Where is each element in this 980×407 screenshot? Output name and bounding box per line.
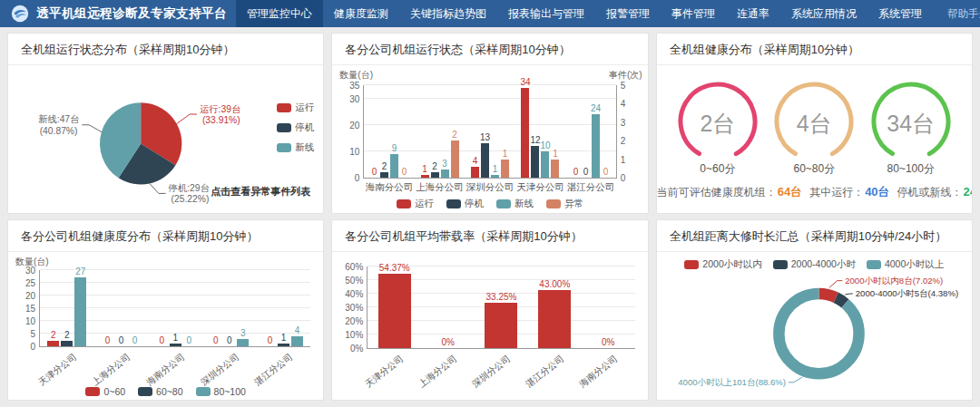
bar-异常-天津分公司[interactable]: 1 bbox=[551, 160, 559, 178]
menu-item-报表输出与管理[interactable]: 报表输出与管理 bbox=[497, 0, 595, 27]
menu-item-连通率[interactable]: 连通率 bbox=[726, 0, 780, 27]
legend-swatch bbox=[138, 387, 152, 396]
bar-value-label: 1 bbox=[553, 149, 558, 159]
bar-value-label: 9 bbox=[392, 143, 397, 153]
bar-80~100-湛江分公司[interactable]: 4 bbox=[291, 336, 303, 346]
x-label-cell: 深圳分公司 bbox=[465, 178, 514, 194]
legend-label: 60~80 bbox=[156, 386, 183, 397]
legend-label: 新线 bbox=[514, 198, 534, 210]
legend-item-80~100[interactable]: 80~100 bbox=[196, 386, 246, 397]
x-label-cell: 海南分公司 bbox=[364, 178, 414, 194]
x-label-深圳分公司: 深圳分公司 bbox=[470, 353, 514, 391]
legend-item-新线[interactable]: 新线 bbox=[277, 141, 314, 154]
bar-平均带载率-天津分公司[interactable]: 54.37% bbox=[378, 274, 411, 348]
menu-item-系统管理[interactable]: 系统管理 bbox=[867, 0, 933, 27]
bar-value-label: 2 bbox=[382, 161, 387, 171]
legend-item-运行[interactable]: 运行 bbox=[277, 102, 314, 114]
y-tick-label: 50% bbox=[345, 276, 363, 286]
legend-swatch bbox=[85, 387, 100, 396]
category-group-深圳分公司: 33.25% bbox=[475, 266, 528, 348]
bar-value-label: 3 bbox=[240, 328, 246, 338]
bar-value-label: 0 bbox=[402, 167, 407, 177]
bar-80~100-天津分公司[interactable]: 27 bbox=[74, 277, 86, 346]
bar-新线-上海分公司[interactable]: 3 bbox=[441, 170, 449, 178]
secondary-tick-label: 1 bbox=[621, 154, 626, 164]
summary-label: 当前可评估健康度机组： bbox=[657, 186, 777, 199]
menu-item-报警管理[interactable]: 报警管理 bbox=[595, 0, 661, 27]
menu-item-事件管理[interactable]: 事件管理 bbox=[661, 0, 726, 27]
y-tick-label: 20 bbox=[25, 291, 35, 301]
legend-swatch bbox=[196, 387, 211, 396]
bar-80~100-深圳分公司[interactable]: 3 bbox=[237, 339, 249, 346]
x-label-cell: 上海分公司 bbox=[415, 178, 465, 194]
bar-60~80-湛江分公司[interactable]: 1 bbox=[278, 344, 289, 346]
x-label-上海分公司: 上海分公司 bbox=[90, 351, 133, 389]
bar-停机-天津分公司[interactable]: 12 bbox=[531, 146, 539, 178]
legend-item-异常[interactable]: 异常 bbox=[546, 198, 583, 210]
menu-item-关键指标趋势图[interactable]: 关键指标趋势图 bbox=[399, 0, 497, 27]
bar-0~60-天津分公司[interactable]: 2 bbox=[47, 341, 59, 346]
y-tick-label: 0 bbox=[30, 342, 35, 352]
pie-label-line bbox=[176, 114, 197, 124]
menu-item-健康度监测[interactable]: 健康度监测 bbox=[323, 0, 399, 27]
legend-label: 停机 bbox=[465, 198, 484, 210]
abnormal-events-link[interactable]: 点击查看异常事件列表 bbox=[211, 185, 310, 199]
bar-value-label: 0 bbox=[372, 167, 377, 177]
legend-item-0~60[interactable]: 0~60 bbox=[85, 386, 125, 397]
y-tick-label: 0 bbox=[355, 173, 360, 183]
pie-slice-pct-label: (25.22%) bbox=[172, 194, 210, 204]
bar-value-label: 1 bbox=[493, 164, 498, 174]
menu-item-管理监控中心[interactable]: 管理监控中心 bbox=[236, 0, 323, 27]
top-navbar: 透平机组远程诊断及专家支持平台 管理监控中心健康度监测关键指标趋势图报表输出与管… bbox=[0, 0, 980, 27]
bar-停机-深圳分公司[interactable]: 13 bbox=[481, 143, 489, 178]
y-tick-label: 0% bbox=[350, 344, 363, 354]
legend-swatch bbox=[496, 199, 511, 208]
bar-value-label: 0 bbox=[213, 335, 219, 345]
x-label-湛江分公司: 湛江分公司 bbox=[567, 178, 615, 194]
panel-title: 各分公司机组平均带载率（采样周期10分钟） bbox=[332, 220, 647, 252]
plot-area: 0102030350123450290123241311341210100240… bbox=[363, 85, 616, 179]
bar-value-label: 0 bbox=[132, 335, 138, 345]
bar-value-label: 3 bbox=[442, 159, 447, 169]
y-tick-label: 10 bbox=[349, 146, 359, 156]
x-label-湛江分公司: 湛江分公司 bbox=[252, 351, 296, 389]
bar-value-label: 13 bbox=[480, 132, 490, 142]
donut-slice-4000小时以上[interactable] bbox=[779, 294, 858, 373]
bar-运行-天津分公司[interactable]: 34 bbox=[521, 88, 529, 178]
legend-item-停机[interactable]: 停机 bbox=[446, 198, 484, 210]
summary-label: 停机或新线： bbox=[897, 186, 963, 199]
legend-item-运行[interactable]: 运行 bbox=[397, 198, 434, 210]
legend-item-新线[interactable]: 新线 bbox=[496, 198, 534, 210]
legend-item-停机[interactable]: 停机 bbox=[277, 121, 314, 134]
panel-load-rate: 各分公司机组平均带载率（采样周期10分钟） 0%10%20%30%40%50%6… bbox=[331, 219, 648, 401]
legend-item-60~80[interactable]: 60~80 bbox=[138, 386, 183, 397]
category-group-海南分公司: 0290 bbox=[364, 85, 414, 178]
bar-value-label: 2 bbox=[51, 330, 56, 340]
y-tick-label: 30 bbox=[349, 93, 359, 103]
bar-平均带载率-湛江分公司[interactable]: 43.00% bbox=[538, 290, 571, 349]
x-label-深圳分公司: 深圳分公司 bbox=[198, 351, 241, 389]
bar-新线-天津分公司[interactable]: 10 bbox=[541, 151, 549, 178]
menu-item-系统应用情况[interactable]: 系统应用情况 bbox=[780, 0, 867, 27]
donut-label-line bbox=[789, 377, 802, 383]
bar-groups: 0290123241311341210100240 bbox=[364, 85, 615, 178]
y-tick-label: 15 bbox=[25, 304, 35, 314]
bar-异常-上海分公司[interactable]: 2 bbox=[451, 141, 459, 178]
bar-60~80-天津分公司[interactable]: 2 bbox=[61, 341, 73, 346]
bar-异常-深圳分公司[interactable]: 1 bbox=[501, 160, 509, 178]
x-label-cell: 湛江分公司 bbox=[565, 178, 615, 194]
bar-新线-湛江分公司[interactable]: 24 bbox=[592, 114, 600, 178]
y-tick-label: 40% bbox=[345, 289, 363, 299]
bar-value-label: 2 bbox=[64, 330, 70, 340]
bar-新线-海南分公司[interactable]: 9 bbox=[390, 154, 398, 178]
bar-60~80-海南分公司[interactable]: 1 bbox=[170, 344, 181, 346]
summary-value: 40台 bbox=[865, 185, 889, 199]
bar-平均带载率-深圳分公司[interactable]: 33.25% bbox=[485, 303, 517, 348]
bar-运行-深圳分公司[interactable]: 4 bbox=[471, 167, 479, 178]
bar-value-label: 43.00% bbox=[539, 279, 570, 289]
bar-value-label: 27 bbox=[75, 266, 85, 276]
y-tick-label: 30% bbox=[345, 303, 363, 313]
bar-value-label: 0 bbox=[603, 167, 609, 177]
help-manual-link[interactable]: 帮助手册 ∨ bbox=[947, 7, 980, 21]
panel-title: 全机组运行状态分布（采样周期10分钟） bbox=[8, 34, 323, 65]
